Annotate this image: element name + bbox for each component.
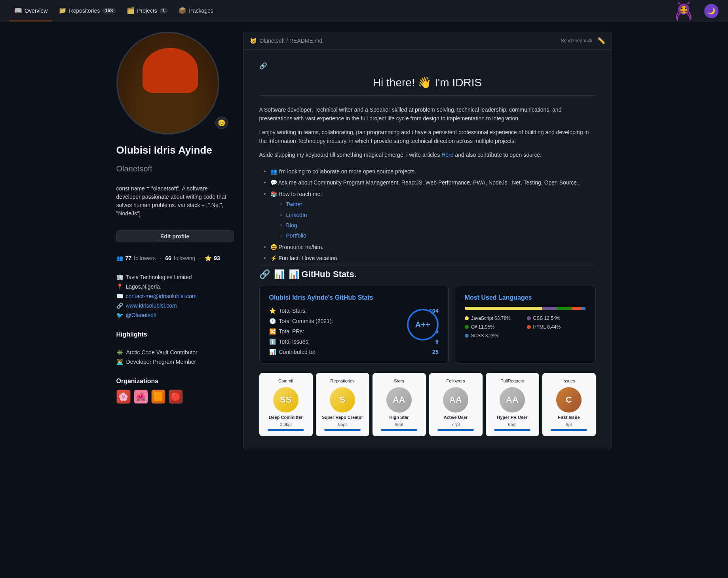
stats-link-icon[interactable]: 🔗: [259, 269, 270, 279]
achievement-badge-prs: AA: [500, 387, 525, 413]
twitter-link[interactable]: @Olanetsoft: [126, 312, 157, 318]
avatar: [116, 32, 219, 135]
email-icon: ✉️: [116, 293, 123, 299]
tab-overview-label: Overview: [25, 8, 48, 14]
highlight-1-text: Arctic Code Vault Contributor: [126, 349, 198, 356]
achievement-bar-stars: [381, 429, 417, 431]
main-layout: 😊 Olubisi Idris Ayinde Olanetsoft const …: [107, 22, 622, 468]
location-label: Lagos,Nigeria.: [126, 283, 162, 290]
portfolio-link[interactable]: Portfolio: [286, 232, 306, 239]
stat-contributed-icon: 📊: [269, 349, 276, 355]
readme-file-path: Olanetsoft / README.md: [260, 38, 323, 44]
achievement-card-followers: Followers AA Active User 77pt: [429, 373, 483, 436]
highlight-2-text: Developer Program Member: [126, 359, 196, 365]
achievement-bar-commit: [268, 429, 304, 431]
achievements-row: Commit SS Deep Committer 2.3kpt Reposito…: [259, 373, 596, 436]
achievement-bar-prs: [494, 429, 530, 431]
avatar-wrapper: 😊: [116, 32, 234, 135]
profile-username: Olanetsoft: [116, 164, 234, 173]
svg-point-9: [143, 66, 193, 120]
readme-anchor-icon[interactable]: 🔗: [259, 62, 596, 70]
stat-issues-value: 9: [435, 338, 439, 345]
nav-tabs: 📖 Overview 📁 Repositories 168 🗂️ Project…: [10, 0, 668, 21]
pronouns-emoji: 😄: [270, 244, 277, 250]
tab-packages-label: Packages: [189, 8, 213, 14]
pronouns-text: Pronouns: he/him.: [278, 244, 323, 250]
website-link[interactable]: www.idrisolubisi.com: [126, 302, 177, 309]
packages-icon: 📦: [179, 7, 186, 14]
highlights-list: ✳️ Arctic Code Vault Contributor 👨‍💻 Dev…: [116, 349, 234, 365]
lang-name-js: JavaScript 63.78%: [471, 316, 511, 321]
highlight-2: 👨‍💻 Developer Program Member: [116, 359, 234, 365]
overview-icon: 📖: [14, 7, 22, 14]
svg-rect-8: [137, 68, 198, 76]
achievement-pts-stars: 98pt: [395, 422, 403, 427]
here-link[interactable]: Here: [441, 152, 453, 158]
list-item-pronouns: 😄 Pronouns: he/him.: [262, 243, 596, 251]
org-avatar-4[interactable]: 🔴: [169, 390, 183, 404]
achievement-bar-issues: [551, 429, 587, 431]
svg-marker-4: [677, 1, 680, 4]
location-icon: 📍: [116, 283, 123, 290]
projects-icon: 🗂️: [127, 7, 135, 14]
svg-point-13: [189, 87, 197, 98]
svg-point-11: [173, 84, 179, 90]
achievement-type-commit: Commit: [278, 378, 293, 383]
languages-card: Most Used Languages: [455, 286, 596, 363]
lang-segment-scss: [582, 307, 585, 310]
profile-name: Olubisi Idris Ayinde: [116, 144, 234, 156]
lang-name-csharp: C# 11.95%: [471, 324, 494, 330]
readme-edit-icon[interactable]: ✏️: [597, 37, 605, 44]
achievement-card-commit: Commit SS Deep Committer 2.3kpt: [259, 373, 313, 436]
tab-packages[interactable]: 📦 Packages: [174, 0, 218, 21]
org-avatar-1[interactable]: 🌸: [116, 390, 131, 404]
org-avatar-2[interactable]: 🌺: [134, 390, 148, 404]
achievement-name-commit: Deep Committer: [269, 415, 303, 420]
tab-overview[interactable]: 📖 Overview: [10, 0, 52, 21]
achievement-pts-issues: 9pt: [566, 422, 572, 427]
tab-repositories[interactable]: 📁 Repositories 168: [54, 0, 120, 21]
linkedin-link[interactable]: LinkedIn: [286, 212, 307, 218]
github-stats-title: Olubisi Idris Ayinde's GitHub Stats: [269, 294, 439, 301]
achievement-card-prs: PullRequest AA Hyper PR User 66pt: [486, 373, 539, 436]
sub-blog: Blog: [280, 221, 596, 230]
stat-contributed-label: Contributed to:: [279, 349, 430, 355]
stat-row-contributed: 📊 Contributed to: 25: [269, 349, 439, 355]
languages-title: Most Used Languages: [465, 294, 586, 301]
lang-dot-scss: [465, 334, 469, 338]
email-link[interactable]: contact-me@idrisolubisi.com: [126, 293, 197, 299]
website-icon: 🔗: [116, 302, 123, 309]
funfact-emoji: ⚡: [270, 255, 277, 261]
svg-point-6: [118, 33, 218, 133]
org-avatar-3[interactable]: 🟧: [151, 390, 165, 404]
achievement-badge-stars: AA: [386, 387, 412, 413]
projects-badge: 1: [160, 8, 168, 13]
lang-item-csharp: C# 11.95%: [465, 324, 524, 330]
lang-name-html: HTML 8.44%: [533, 324, 561, 330]
highlight-2-icon: 👨‍💻: [116, 359, 123, 365]
funfact-text: Fun fact: I love vacation.: [278, 255, 338, 261]
blog-link[interactable]: Blog: [286, 222, 297, 228]
send-feedback-link[interactable]: Send feedback: [561, 38, 592, 44]
edit-profile-button[interactable]: Edit profile: [116, 230, 234, 242]
svg-point-7: [137, 52, 198, 87]
following-count: 66: [165, 255, 171, 261]
avatar-face: [118, 33, 218, 133]
lang-item-html: HTML 8.44%: [527, 324, 586, 330]
list-item-askme: 💬 Ask me about Community Program Managem…: [262, 178, 596, 187]
repositories-icon: 📁: [59, 7, 67, 14]
twitter-reach-link[interactable]: Twitter: [286, 201, 302, 207]
achievement-name-issues: First Issue: [558, 415, 580, 420]
tab-projects[interactable]: 🗂️ Projects 1: [122, 0, 172, 21]
main-content: 🐱 Olanetsoft / README.md Send feedback ✏…: [243, 32, 612, 459]
page-wrapper: 📖 Overview 📁 Repositories 168 🗂️ Project…: [0, 0, 728, 578]
reach-text: How to reach me:: [278, 191, 322, 197]
svg-marker-5: [687, 1, 690, 4]
achievement-bar-followers: [437, 429, 474, 431]
orgs-section: Organizations 🌸 🌺 🟧 🔴: [116, 378, 234, 404]
github-stats-card: Olubisi Idris Ayinde's GitHub Stats ⭐ To…: [259, 286, 449, 363]
theme-toggle[interactable]: 🌙: [704, 4, 718, 18]
readme-card: 🐱 Olanetsoft / README.md Send feedback ✏…: [243, 32, 612, 449]
nav-right: 🌙: [668, 1, 718, 21]
highlight-1-icon: ✳️: [116, 349, 123, 356]
